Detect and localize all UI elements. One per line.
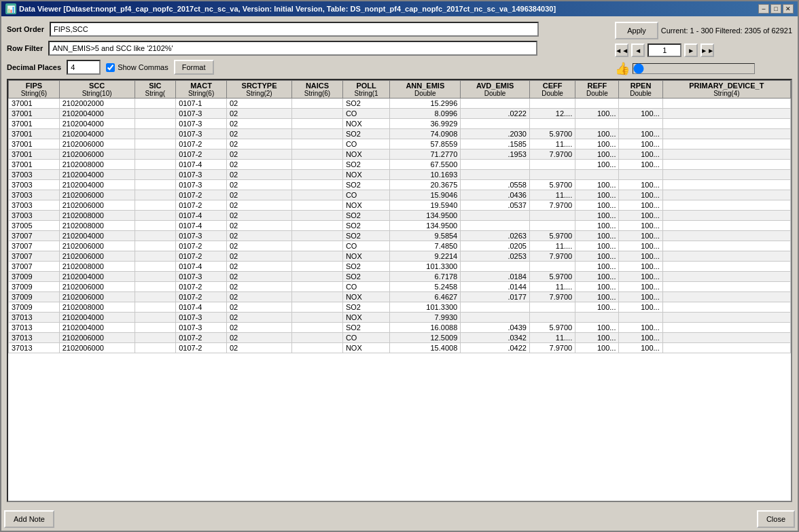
table-row[interactable]: 3701321020040000107-302SO216.0088.04395.… xyxy=(9,323,791,333)
table-cell xyxy=(135,160,176,170)
table-cell xyxy=(662,333,790,343)
table-row[interactable]: 3700721020060000107-202NOX9.2214.02537.9… xyxy=(9,251,791,262)
col-header-avd-emis[interactable]: AVD_EMISDouble xyxy=(461,81,530,99)
col-header-srctype[interactable]: SRCTYPEString(2) xyxy=(226,81,291,99)
table-row[interactable]: 3700921020060000107-202NOX6.4627.01777.9… xyxy=(9,292,791,302)
table-row[interactable]: 3700321020040000107-302SO220.3675.05585.… xyxy=(9,180,791,190)
table-row[interactable]: 3701321020040000107-302NOX7.9930 xyxy=(9,313,791,323)
table-row[interactable]: 3701321020060000107-202CO12.5009.034211.… xyxy=(9,333,791,343)
app-icon: 📊 xyxy=(5,3,16,14)
table-cell: 2102004000 xyxy=(59,109,135,119)
table-cell: 0107-2 xyxy=(176,149,227,160)
maximize-button[interactable]: □ xyxy=(770,4,781,14)
table-row[interactable]: 3700121020020000107-102SO215.2996 xyxy=(9,99,791,109)
table-cell xyxy=(662,200,790,211)
table-cell: 02 xyxy=(226,211,291,221)
table-row[interactable]: 3700121020040000107-302NOX36.9929 xyxy=(9,119,791,129)
show-commas-checkbox-label[interactable]: Show Commas xyxy=(106,63,168,72)
table-row[interactable]: 3700121020080000107-402SO267.5500100...1… xyxy=(9,160,791,170)
col-header-reff[interactable]: REFFDouble xyxy=(575,81,619,99)
col-header-fips[interactable]: FIPSString(6) xyxy=(9,81,60,99)
table-cell: 100... xyxy=(619,149,662,160)
add-note-button[interactable]: Add Note xyxy=(4,510,54,528)
table-cell: 02 xyxy=(226,109,291,119)
table-cell: 02 xyxy=(226,343,291,353)
table-cell xyxy=(575,313,619,323)
table-cell: NOX xyxy=(342,200,389,211)
table-cell xyxy=(292,211,343,221)
table-row[interactable]: 3700321020060000107-202CO15.9046.043611.… xyxy=(9,190,791,200)
close-title-button[interactable]: ✕ xyxy=(783,4,794,14)
table-cell: 2102002000 xyxy=(59,99,135,109)
main-window: 📊 Data Viewer [Dataset:nonpt_pf4_cap_nop… xyxy=(0,0,799,532)
table-row[interactable]: 3700921020060000107-202CO5.2458.014411..… xyxy=(9,282,791,292)
table-cell xyxy=(135,190,176,200)
sort-order-input[interactable] xyxy=(50,22,539,37)
col-header-rpen[interactable]: RPENDouble xyxy=(619,81,662,99)
first-page-button[interactable]: ◄◄ xyxy=(615,43,628,57)
content-area: Sort Order Row Filter Decimal Places Sho… xyxy=(1,16,798,508)
table-cell: 100... xyxy=(575,231,619,241)
table-row[interactable]: 3700921020040000107-302SO26.7178.01845.9… xyxy=(9,272,791,282)
next-page-button[interactable]: ► xyxy=(684,43,698,57)
col-header-sic[interactable]: SICString( xyxy=(135,81,176,99)
col-header-scc[interactable]: SCCString(10) xyxy=(59,81,135,99)
table-row[interactable]: 3700921020080000107-402SO2101.3300100...… xyxy=(9,302,791,313)
table-cell: .0205 xyxy=(461,241,530,251)
col-header-ann-emis[interactable]: ANN_EMISDouble xyxy=(390,81,461,99)
show-commas-checkbox[interactable] xyxy=(106,63,115,72)
table-cell: 100... xyxy=(575,149,619,160)
minimize-button[interactable]: – xyxy=(758,4,769,14)
table-cell: 7.9700 xyxy=(529,343,575,353)
col-header-primary-device-t[interactable]: PRIMARY_DEVICE_TString(4) xyxy=(662,81,790,99)
table-row[interactable]: 3700121020060000107-202NOX71.2770.19537.… xyxy=(9,149,791,160)
table-cell: 0107-2 xyxy=(176,343,227,353)
table-cell: 2102006000 xyxy=(59,200,135,211)
table-cell xyxy=(292,139,343,149)
format-button[interactable]: Format xyxy=(174,60,214,75)
table-cell xyxy=(662,272,790,282)
table-cell: NOX xyxy=(342,251,389,262)
decimal-row: Decimal Places Show Commas Format xyxy=(7,60,609,75)
table-row[interactable]: 3700521020080000107-402SO2134.9500100...… xyxy=(9,221,791,231)
table-cell: 2102004000 xyxy=(59,170,135,180)
page-number-input[interactable] xyxy=(647,43,681,57)
table-cell xyxy=(292,262,343,272)
table-row[interactable]: 3700121020060000107-202CO57.8559.158511.… xyxy=(9,139,791,149)
data-table: FIPSString(6)SCCString(10)SICString(MACT… xyxy=(8,80,791,353)
col-header-ceff[interactable]: CEFFDouble xyxy=(529,81,575,99)
table-cell: 7.9700 xyxy=(529,251,575,262)
table-cell: CO xyxy=(342,109,389,119)
table-cell xyxy=(662,302,790,313)
col-header-naics[interactable]: NAICSString(6) xyxy=(292,81,343,99)
decimal-places-input[interactable] xyxy=(67,60,101,75)
row-filter-input[interactable] xyxy=(48,41,537,56)
table-row[interactable]: 3700721020060000107-202CO7.4850.020511..… xyxy=(9,241,791,251)
table-row[interactable]: 3700121020040000107-302CO8.0996.022212..… xyxy=(9,109,791,119)
table-row[interactable]: 3700321020080000107-402SO2134.9500100...… xyxy=(9,211,791,221)
title-bar: 📊 Data Viewer [Dataset:nonpt_pf4_cap_nop… xyxy=(1,1,798,16)
table-cell: 02 xyxy=(226,313,291,323)
table-cell: 02 xyxy=(226,272,291,282)
table-cell: 37003 xyxy=(9,190,60,200)
table-cell xyxy=(135,139,176,149)
table-cell xyxy=(461,221,530,231)
table-row[interactable]: 3701321020060000107-202NOX15.4008.04227.… xyxy=(9,343,791,353)
table-cell: 2102008000 xyxy=(59,302,135,313)
close-button[interactable]: Close xyxy=(757,510,795,528)
col-header-poll[interactable]: POLLString(1 xyxy=(342,81,389,99)
table-cell: 100... xyxy=(575,180,619,190)
table-row[interactable]: 3700321020040000107-302NOX10.1693 xyxy=(9,170,791,180)
table-row[interactable]: 3700721020080000107-402SO2101.3300100...… xyxy=(9,262,791,272)
table-cell: 02 xyxy=(226,241,291,251)
table-row[interactable]: 3700121020040000107-302SO274.0908.20305.… xyxy=(9,129,791,139)
apply-button[interactable]: Apply xyxy=(615,22,658,39)
table-cell: 134.9500 xyxy=(390,221,461,231)
slider[interactable] xyxy=(633,63,755,74)
table-row[interactable]: 3700321020060000107-202NOX19.5940.05377.… xyxy=(9,200,791,211)
last-page-button[interactable]: ►► xyxy=(700,43,714,57)
table-row[interactable]: 3700721020040000107-302SO29.5854.02635.9… xyxy=(9,231,791,241)
col-header-mact[interactable]: MACTString(6) xyxy=(176,81,227,99)
table-cell: 0107-3 xyxy=(176,129,227,139)
prev-page-button[interactable]: ◄ xyxy=(631,43,645,57)
